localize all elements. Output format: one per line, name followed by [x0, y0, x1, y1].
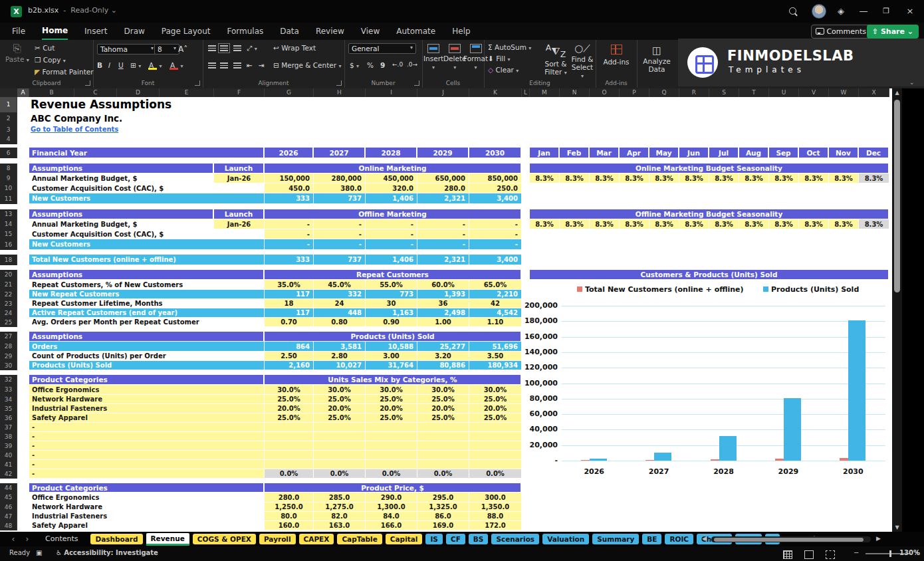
row-header-6[interactable]: 6 — [0, 148, 17, 158]
cell-value[interactable]: 300.0 — [469, 493, 522, 503]
cell-value[interactable]: 864 — [265, 342, 314, 352]
cell-value[interactable]: 20.0% — [314, 404, 366, 413]
cell-value[interactable]: 0.0% — [469, 469, 522, 479]
cell-value[interactable]: 24 — [314, 299, 366, 308]
cell-value[interactable]: 65.0% — [469, 280, 522, 290]
seasonality-value[interactable]: 8.3% — [649, 219, 679, 229]
row-header-42[interactable]: 42 — [0, 469, 17, 479]
seasonality-header[interactable]: Offline Marketing Budget Seasonality — [530, 209, 889, 219]
total-cell-value[interactable]: 737 — [314, 255, 366, 265]
row-label[interactable]: - — [29, 460, 265, 469]
chart-bar-customers[interactable] — [645, 460, 654, 461]
seasonality-value[interactable]: 8.3% — [799, 173, 829, 183]
restore-icon[interactable]: ❐ — [879, 5, 893, 18]
row-label[interactable]: Safety Apparel — [29, 413, 265, 423]
table-header-label[interactable]: Product Categories — [29, 483, 265, 493]
month-header[interactable]: Nov — [829, 148, 859, 158]
cell-value[interactable]: 380.0 — [314, 183, 366, 193]
cell-value[interactable] — [417, 423, 469, 432]
cell-value[interactable]: 30.0% — [265, 385, 314, 395]
month-header[interactable]: Jun — [679, 148, 709, 158]
cell-value[interactable]: 86.0 — [417, 512, 469, 521]
grow-font-button[interactable]: A˄ — [178, 45, 187, 54]
row-label[interactable]: Customer Acquisition Cost (CAC), $ — [29, 229, 214, 239]
sheet-tab-cogs-opex[interactable]: COGS & OPEX — [193, 534, 256, 544]
cell-value[interactable]: 20.0% — [265, 404, 314, 413]
zoom-slider-thumb[interactable] — [889, 550, 891, 557]
cell-value[interactable]: 1,163 — [366, 308, 417, 318]
seasonality-value[interactable]: 8.3% — [590, 173, 620, 183]
cell-value[interactable]: 3.20 — [417, 352, 469, 361]
cell-value[interactable]: - — [366, 229, 417, 239]
number-format-select[interactable]: General ▾ — [348, 43, 416, 54]
font-size-select[interactable]: 8 ▾ — [154, 44, 179, 55]
sheet-tab-bs[interactable]: BS — [469, 534, 489, 544]
column-header-D[interactable]: D — [117, 88, 160, 97]
cell-value[interactable]: - — [417, 219, 469, 229]
cell-value[interactable]: 1,250.0 — [265, 503, 314, 512]
seasonality-value[interactable]: 8.3% — [530, 173, 560, 183]
month-header[interactable]: Apr — [620, 148, 649, 158]
sheet-tab-revenue[interactable]: Revenue — [146, 533, 189, 546]
cell-value[interactable] — [366, 441, 417, 451]
cell-value[interactable]: 25.0% — [366, 413, 417, 423]
cell-value[interactable]: 2,160 — [265, 361, 314, 370]
sheet-tab-capex[interactable]: CAPEX — [299, 534, 334, 544]
zoom-out-icon[interactable]: − — [854, 549, 859, 556]
cell-value[interactable]: 25.0% — [366, 395, 417, 404]
decrease-decimal-icon[interactable]: .0→ — [407, 61, 417, 68]
vertical-scrollbar[interactable]: ▲ ▼ — [892, 88, 902, 532]
column-header-C[interactable]: C — [74, 88, 117, 97]
column-header-F[interactable]: F — [214, 88, 265, 97]
column-header-P[interactable]: P — [620, 88, 649, 97]
ribbon-tab-view[interactable]: View — [361, 23, 380, 39]
column-header-G[interactable]: G — [265, 88, 314, 97]
row-header-34[interactable]: 34 — [0, 395, 17, 404]
cell-value[interactable] — [366, 451, 417, 460]
search-icon[interactable] — [786, 5, 800, 18]
cell-value[interactable]: 82.0 — [314, 512, 366, 521]
row-header-25[interactable]: 25 — [0, 318, 17, 327]
row-label[interactable]: Repeat Customer Lifetime, Months — [29, 299, 265, 308]
orientation-button[interactable]: ⤢ ▾ — [247, 44, 257, 53]
row-header-27[interactable]: 27 — [0, 332, 17, 342]
column-header-W[interactable]: W — [829, 88, 859, 97]
row-label[interactable]: Annual Marketing Budget, $ — [29, 219, 214, 229]
chart-bar-products[interactable] — [719, 436, 737, 461]
row-header-11[interactable]: 11 — [0, 193, 17, 204]
sheet-tab-payroll[interactable]: Payroll — [259, 534, 296, 544]
row-header-35[interactable]: 35 — [0, 404, 17, 413]
cell-value[interactable] — [314, 432, 366, 441]
cell-value[interactable] — [265, 460, 314, 469]
next-sheet-icon[interactable]: › — [22, 534, 33, 544]
normal-view-icon[interactable] — [783, 549, 804, 559]
row-label[interactable]: Count of Products (Units) per Order — [29, 352, 265, 361]
collapse-ribbon-icon[interactable]: ⌄ — [909, 78, 915, 86]
year-header[interactable]: 2028 — [366, 148, 417, 158]
cell-value[interactable]: 1,300.0 — [366, 503, 417, 512]
chart-bar-customers[interactable] — [711, 459, 719, 461]
cell-value[interactable]: 36 — [417, 299, 469, 308]
cell-value[interactable]: 3,581 — [314, 342, 366, 352]
column-header-S[interactable]: S — [709, 88, 739, 97]
column-header-Q[interactable]: Q — [649, 88, 679, 97]
chart-bar-products[interactable] — [784, 398, 801, 461]
row-label[interactable]: Repeat Customers, % of New Customers — [29, 280, 265, 290]
year-header[interactable]: 2029 — [417, 148, 469, 158]
alignment-dialog-launcher[interactable] — [336, 80, 342, 86]
seasonality-value[interactable]: 8.3% — [709, 219, 739, 229]
percent-button[interactable]: % — [367, 61, 374, 69]
cell-value[interactable]: 1,406 — [366, 193, 417, 204]
column-header-A[interactable]: A — [17, 88, 29, 97]
cell-value[interactable]: 295.0 — [417, 493, 469, 503]
scroll-left-icon[interactable]: ◀ — [702, 535, 707, 542]
cell-value[interactable]: 84.0 — [366, 512, 417, 521]
cell-value[interactable]: 25.0% — [265, 413, 314, 423]
cell-value[interactable]: 20.0% — [417, 404, 469, 413]
cell-value[interactable]: 650,000 — [417, 173, 469, 183]
seasonality-value[interactable]: 8.3% — [590, 219, 620, 229]
cell-value[interactable]: 169.0 — [417, 521, 469, 530]
row-header-15[interactable]: 15 — [0, 229, 17, 239]
cell-value[interactable]: 80.0 — [265, 512, 314, 521]
year-header[interactable]: 2030 — [469, 148, 522, 158]
